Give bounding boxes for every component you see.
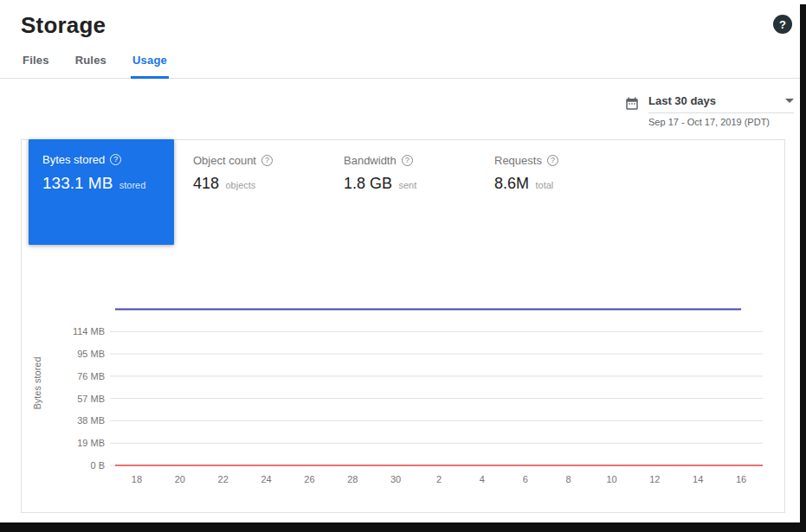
svg-text:22: 22 [218,474,229,484]
svg-text:18: 18 [132,474,142,484]
svg-text:30: 30 [390,474,401,484]
window-edge-right [800,4,806,532]
metrics-row: Object count 418 objects Bandwidth 1.8 G… [193,154,645,193]
metric-label: Bytes stored [42,153,105,166]
svg-text:14: 14 [693,474,703,484]
svg-text:6: 6 [523,474,528,484]
help-circle-icon [402,155,413,166]
svg-text:38 MB: 38 MB [77,415,105,426]
svg-text:0 B: 0 B [90,460,105,471]
metric-unit: stored [119,180,146,190]
date-texts: Last 30 days Sep 17 - Oct 17, 2019 (PDT) [648,94,794,127]
svg-text:26: 26 [304,474,314,484]
metric-value: 418 [193,175,219,192]
metric-bytes-stored[interactable]: Bytes stored 133.1 MB stored [29,139,174,245]
metric-value-row: 418 objects [193,175,344,193]
date-range-value: Sep 17 - Oct 17, 2019 (PDT) [648,117,794,127]
metric-label-row: Bandwidth [344,154,494,167]
metric-unit: objects [226,180,256,190]
metric-label: Bandwidth [344,154,397,167]
svg-text:12: 12 [649,474,660,484]
date-filter-row: Last 30 days Sep 17 - Oct 17, 2019 (PDT) [0,79,806,127]
metric-bandwidth[interactable]: Bandwidth 1.8 GB sent [344,154,494,193]
date-range-label: Last 30 days [648,94,716,107]
metric-label: Object count [193,154,256,167]
question-mark-icon [779,16,786,32]
svg-text:57 MB: 57 MB [77,394,105,404]
metric-value: 8.6M [494,175,529,192]
metric-value: 1.8 GB [344,175,392,192]
metric-unit: sent [398,180,416,190]
tab-rules[interactable]: Rules [74,50,108,79]
svg-text:28: 28 [347,474,358,484]
svg-text:16: 16 [736,474,746,484]
storage-page: Storage Files Rules Usage Last 30 days S… [0,0,806,513]
metric-object-count[interactable]: Object count 418 objects [193,154,344,193]
metric-value-row: 8.6M total [494,175,645,193]
help-circle-icon [110,154,121,165]
svg-text:95 MB: 95 MB [77,349,105,359]
caret-down-icon [785,99,794,103]
metric-value-row: 133.1 MB stored [42,174,160,193]
svg-text:4: 4 [480,474,485,484]
tab-bar: Files Rules Usage [0,50,806,79]
usage-chart: 0 B19 MB38 MB57 MB76 MB95 MB114 MB182022… [29,285,783,502]
svg-text:76 MB: 76 MB [77,371,105,381]
usage-panel: Bytes stored 133.1 MB stored Object coun… [21,139,785,513]
svg-text:19 MB: 19 MB [77,438,105,448]
page-title: Storage [21,12,106,38]
svg-text:Bytes stored: Bytes stored [32,356,42,409]
svg-text:2: 2 [436,474,442,484]
metric-requests[interactable]: Requests 8.6M total [494,154,645,193]
metric-label: Requests [494,154,542,167]
svg-text:20: 20 [175,474,185,484]
help-button[interactable] [773,15,792,34]
tab-usage[interactable]: Usage [131,50,169,79]
page-header: Storage [0,0,806,38]
svg-text:8: 8 [566,474,571,484]
metric-label-row: Bytes stored [42,153,160,166]
svg-text:24: 24 [261,474,271,484]
svg-text:114 MB: 114 MB [73,326,105,337]
metric-value: 133.1 MB [42,174,113,192]
help-circle-icon [547,155,558,166]
metric-label-row: Requests [494,154,645,167]
metric-label-row: Object count [193,154,344,167]
svg-text:10: 10 [606,474,616,484]
tab-files[interactable]: Files [21,50,51,79]
calendar-icon [624,96,640,115]
help-circle-icon [261,155,273,166]
date-range-label-row: Last 30 days [648,94,794,113]
window-edge-bottom [0,522,806,532]
metric-unit: total [535,180,553,190]
date-range-dropdown[interactable]: Last 30 days Sep 17 - Oct 17, 2019 (PDT) [624,94,794,127]
metric-value-row: 1.8 GB sent [344,175,494,193]
